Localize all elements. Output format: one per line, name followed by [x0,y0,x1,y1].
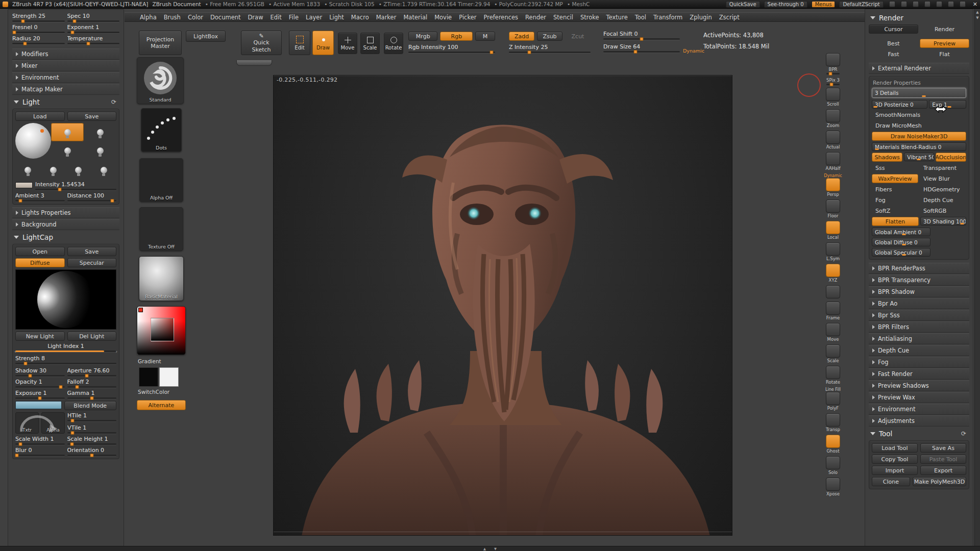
quick-sketch-button[interactable]: ✎ Quick Sketch [241,31,282,55]
section-bpr-ao[interactable]: Bpr Ao [869,298,969,309]
wax-preview-toggle[interactable]: WaxPreview [872,174,918,183]
menu-edit[interactable]: Edit [267,13,285,21]
gradient-label[interactable]: Gradient [138,358,186,364]
lightcap-alpha-thumbnail[interactable]: Alpha [41,412,65,434]
shading-slider[interactable]: 3D Shading 100 [920,217,966,226]
menu-color[interactable]: Color [184,13,207,21]
frame-button[interactable]: Frame [826,302,840,320]
menu-render[interactable]: Render [522,13,550,21]
global-ambient-slider[interactable]: Global Ambient 0 [872,228,930,236]
lightcap-strength-slider[interactable]: Strength 8 [15,355,116,364]
slider-thumb[interactable] [23,362,27,365]
projection-master-button[interactable]: Projection Master [139,31,182,55]
slider-track[interactable] [603,51,680,53]
make-polymesh3d-button[interactable]: Make PolyMesh3D [913,477,966,486]
menu-stencil[interactable]: Stencil [550,13,577,21]
render-header[interactable]: Render [869,11,969,24]
titlebar-doc-icon-7[interactable] [960,1,966,7]
light-bulb-6[interactable] [41,161,66,179]
menu-document[interactable]: Document [207,13,244,21]
menu-transform[interactable]: Transform [650,13,686,21]
solo-toggle[interactable]: Solo [826,456,840,475]
global-specular-slider[interactable]: Global Specular 0 [872,248,930,257]
menus-toggle[interactable]: Menus [812,1,836,8]
section-mixer[interactable]: Mixer [12,60,119,71]
load-tool-button[interactable]: Load Tool [872,443,918,453]
details-slider[interactable]: 3 Details [872,88,966,98]
exposure-slider[interactable]: Exposure 1 [15,390,65,399]
transp-toggle[interactable]: Transp [826,413,840,432]
view-blur-slider[interactable]: View Blur [920,174,966,183]
radius-slider[interactable]: Radius 20 [12,35,65,44]
export-button[interactable]: Export [920,466,966,475]
section-preview-shadows[interactable]: Preview Shadows [869,380,969,391]
slider-thumb[interactable] [38,396,42,400]
zcut-toggle[interactable]: Zcut [565,32,591,41]
global-diffuse-slider[interactable]: Global Diffuse 0 [872,238,930,246]
floor-toggle[interactable]: Floor [826,199,840,218]
section-fog[interactable]: Fog [869,357,969,368]
default-zscript-button[interactable]: DefaultZScript [839,1,883,8]
slider-thumb[interactable] [828,72,832,76]
tray-down-icon[interactable]: ▼ [494,547,497,551]
section-environment[interactable]: Environment [869,404,969,415]
prev-arrow-icon[interactable]: ‹ [14,349,16,354]
titlebar-doc-icon-2[interactable] [901,1,907,7]
softz-toggle[interactable]: SoftZ [872,206,918,215]
slider-thumb[interactable] [528,51,531,54]
z-intensity-slider[interactable]: Z Intensity 25 [509,44,591,53]
light-position-dot[interactable] [40,129,44,133]
exponent-slider[interactable]: Exponent 1 [67,24,120,33]
section-environment[interactable]: Environment [12,72,119,83]
hdgeometry-toggle[interactable]: HDGeometry [920,185,966,194]
section-lights-properties[interactable]: Lights Properties [12,207,119,218]
scale-width-slider[interactable]: Scale Width 1 [15,436,65,445]
main-color-swatch[interactable] [139,367,158,387]
slider-thumb[interactable] [70,419,74,422]
titlebar-doc-icon-5[interactable] [936,1,942,7]
section-adjustments[interactable]: Adjustments [869,415,969,427]
vibrant-slider[interactable]: Vibrant 50 [904,153,934,161]
flat-render-button[interactable]: Flat [920,49,969,59]
move-mode-button[interactable]: Move [338,33,357,54]
slider-thumb[interactable] [28,374,32,378]
slider-thumb[interactable] [90,454,93,457]
menu-movie[interactable]: Movie [431,13,455,21]
scroll-button[interactable]: Scroll [826,88,840,107]
copy-tool-button[interactable]: Copy Tool [872,455,918,464]
titlebar-doc-icon-1[interactable] [889,1,895,7]
light-color-swatch[interactable] [15,182,33,188]
actual-button[interactable]: Actual [826,131,840,149]
light-bulb-2[interactable] [84,123,116,141]
lightcap-open-button[interactable]: Open [15,247,65,256]
switch-color-label[interactable]: SwitchColor [138,389,186,395]
intensity-slider[interactable]: Intensity 1.54534 [35,181,116,190]
render-button[interactable]: Render [920,24,969,34]
divider-handle[interactable] [236,60,272,66]
scroll-up-icon[interactable]: ▲ [976,10,978,14]
slider-thumb[interactable] [634,50,638,54]
xpose-button[interactable]: Xpose [826,478,840,496]
fast-render-button[interactable]: Fast [869,49,918,59]
lightcap-header[interactable]: LightCap [12,231,119,244]
rotate-mode-button[interactable]: Rotate [384,33,403,54]
move-3d-button[interactable]: Move [826,323,840,342]
slider-thumb[interactable] [15,454,18,457]
light-load-button[interactable]: Load [15,112,65,121]
slider-thumb[interactable] [70,442,74,446]
restore-config-icon[interactable]: ⟳ [961,430,966,437]
section-bpr-shadow[interactable]: BPR Shadow [869,286,969,297]
slider-thumb[interactable] [70,431,74,435]
menu-layer[interactable]: Layer [302,13,326,21]
slider-track[interactable] [603,38,680,40]
slider-thumb[interactable] [85,374,89,378]
quicksave-button[interactable]: QuickSave [726,1,760,8]
lightcap-txtr-thumbnail[interactable]: Txtr [15,412,39,434]
polyframe-toggle[interactable]: Line Fill PolyF [825,387,841,411]
save-as-button[interactable]: Save As [920,443,966,453]
current-material-thumbnail[interactable]: BasicMaterial [139,256,184,301]
sculpture-model[interactable] [274,76,732,536]
section-depth-cue[interactable]: Depth Cue [869,345,969,356]
gamma-slider[interactable]: Gamma 1 [67,390,117,399]
section-bpr-renderpass[interactable]: BPR RenderPass [869,263,969,274]
